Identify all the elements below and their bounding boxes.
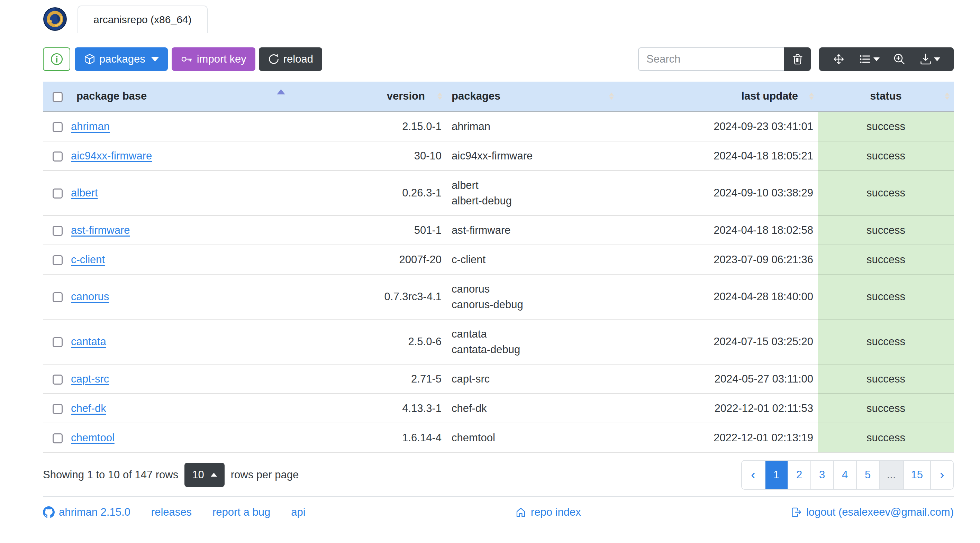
package-base-link[interactable]: ast-firmware xyxy=(71,224,130,236)
package-base-link[interactable]: cantata xyxy=(71,335,106,348)
house-icon xyxy=(515,506,527,518)
page-size-value: 10 xyxy=(192,468,204,481)
packages-cell: capt-src xyxy=(446,364,618,394)
package-base-link[interactable]: canorus xyxy=(71,291,109,303)
package-base-link[interactable]: c-client xyxy=(71,254,105,266)
package-base-link[interactable]: aic94xx-firmware xyxy=(71,150,152,162)
fullscreen-button[interactable] xyxy=(833,53,845,65)
export-dropdown-button[interactable] xyxy=(920,53,940,65)
table-row: chef-dk 4.13.3-1 chef-dk 2022-12-01 02:1… xyxy=(43,394,954,423)
last-update-cell: 2024-07-15 03:25:20 xyxy=(618,319,818,364)
page-button-1[interactable]: 1 xyxy=(765,461,788,489)
select-all-checkbox[interactable] xyxy=(52,92,63,102)
row-checkbox[interactable] xyxy=(52,189,63,198)
clear-search-button[interactable] xyxy=(784,48,811,71)
reload-icon xyxy=(268,53,280,65)
table-row: chemtool 1.6.14-4 chemtool 2022-12-01 02… xyxy=(43,423,954,452)
version-cell: 2.5.0-6 xyxy=(289,319,446,364)
version-cell: 2.15.0-1 xyxy=(289,111,446,141)
page-ellipsis[interactable]: ... xyxy=(879,461,903,489)
column-label: package base xyxy=(76,90,147,102)
column-header-packages[interactable]: packages xyxy=(446,82,618,111)
page-button-5[interactable]: 5 xyxy=(856,461,879,489)
tab-repository[interactable]: arcanisrepo (x86_64) xyxy=(78,6,208,33)
row-checkbox[interactable] xyxy=(52,404,63,414)
report-bug-link[interactable]: report a bug xyxy=(212,506,270,518)
rows-summary: Showing 1 to 10 of 147 rows xyxy=(43,468,178,481)
packages-cell: canoruscanorus-debug xyxy=(446,274,618,319)
toggle-view-button[interactable] xyxy=(893,53,905,65)
package-base-link[interactable]: capt-src xyxy=(71,373,109,385)
row-checkbox[interactable] xyxy=(52,255,63,265)
column-header-version[interactable]: version xyxy=(289,82,446,111)
package-base-link[interactable]: chef-dk xyxy=(71,402,106,414)
row-checkbox[interactable] xyxy=(52,433,63,443)
releases-link[interactable]: releases xyxy=(151,506,192,518)
row-checkbox[interactable] xyxy=(52,151,63,162)
reload-button[interactable]: reload xyxy=(259,48,322,71)
pagination: ‹ 12345...15› xyxy=(741,460,954,490)
page-button-2[interactable]: 2 xyxy=(788,461,810,489)
table-controls-group xyxy=(819,48,954,71)
column-header-last-update[interactable]: last update xyxy=(618,82,818,111)
version-cell: 0.26.3-1 xyxy=(289,170,446,216)
github-version-link[interactable]: ahriman 2.15.0 xyxy=(43,506,130,518)
packages-cell: chef-dk xyxy=(446,394,618,423)
column-label: version xyxy=(387,90,425,102)
last-update-cell: 2022-12-01 02:11:53 xyxy=(618,394,818,423)
package-base-link[interactable]: albert xyxy=(71,187,98,199)
info-icon xyxy=(50,52,63,66)
package-box-icon xyxy=(84,53,95,65)
status-badge: success xyxy=(867,373,905,385)
last-update-cell: 2024-04-28 18:40:00 xyxy=(618,274,818,319)
last-update-cell: 2023-07-09 06:21:36 xyxy=(618,245,818,274)
row-checkbox[interactable] xyxy=(52,337,63,347)
chevron-down-icon xyxy=(151,57,159,62)
status-badge: success xyxy=(867,291,905,303)
api-link[interactable]: api xyxy=(291,506,305,518)
table-footer-bar: Showing 1 to 10 of 147 rows 10 rows per … xyxy=(43,460,954,490)
previous-page-button[interactable]: ‹ xyxy=(742,461,765,489)
row-checkbox[interactable] xyxy=(52,122,63,132)
repository-tab-label: arcanisrepo (x86_64) xyxy=(94,14,192,25)
import-key-button[interactable]: import key xyxy=(172,48,255,71)
last-update-cell: 2024-04-18 18:02:58 xyxy=(618,216,818,245)
page-button-3[interactable]: 3 xyxy=(810,461,833,489)
chevron-down-icon xyxy=(934,57,940,61)
column-header-package-base[interactable]: package base xyxy=(71,82,289,111)
status-badge: success xyxy=(867,187,905,199)
search-input[interactable] xyxy=(638,48,784,71)
status-badge: success xyxy=(867,254,905,266)
download-icon xyxy=(920,53,932,65)
next-page-button[interactable]: › xyxy=(930,461,953,489)
import-key-button-label: import key xyxy=(197,53,247,65)
page-button-4[interactable]: 4 xyxy=(833,461,856,489)
logout-link[interactable]: logout (esalexeev@gmail.com) xyxy=(791,506,954,518)
column-header-status[interactable]: status xyxy=(818,82,954,111)
version-cell: 0.7.3rc3-4.1 xyxy=(289,274,446,319)
row-checkbox[interactable] xyxy=(52,226,63,236)
key-icon xyxy=(181,53,193,65)
page-size-dropdown[interactable]: 10 xyxy=(185,463,224,487)
page-button-15[interactable]: 15 xyxy=(903,461,930,489)
zoom-in-icon xyxy=(893,53,905,65)
columns-dropdown-button[interactable] xyxy=(859,53,880,65)
last-update-cell: 2022-12-01 02:13:19 xyxy=(618,423,818,452)
version-cell: 1.6.14-4 xyxy=(289,423,446,452)
status-badge: success xyxy=(867,121,905,132)
github-icon xyxy=(43,506,55,518)
info-button[interactable] xyxy=(43,48,70,71)
status-badge: success xyxy=(867,432,905,444)
row-checkbox[interactable] xyxy=(52,292,63,302)
package-base-link[interactable]: ahriman xyxy=(71,121,110,132)
chevron-down-icon xyxy=(873,57,880,61)
packages-cell: c-client xyxy=(446,245,618,274)
sort-asc-icon xyxy=(277,89,285,94)
repo-index-link[interactable]: repo index xyxy=(515,506,581,518)
reload-button-label: reload xyxy=(283,53,313,65)
package-base-link[interactable]: chemtool xyxy=(71,432,115,444)
row-checkbox[interactable] xyxy=(52,375,63,384)
packages-dropdown-button[interactable]: packages xyxy=(75,48,168,71)
sort-icon xyxy=(609,93,614,100)
table-row: ahriman 2.15.0-1 ahriman 2024-09-23 03:4… xyxy=(43,111,954,141)
